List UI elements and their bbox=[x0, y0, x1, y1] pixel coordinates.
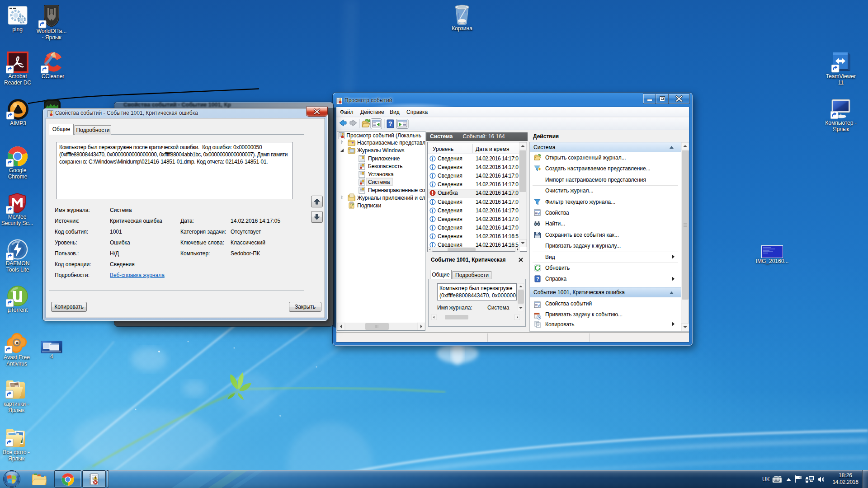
svg-text:Настраиваемые представлє: Настраиваемые представлє bbox=[357, 140, 425, 146]
svg-text:Подписки: Подписки bbox=[357, 202, 381, 209]
svg-text:Приложение: Приложение bbox=[368, 155, 400, 162]
svg-text:?: ? bbox=[536, 276, 539, 282]
svg-text:Журналы Windows: Журналы Windows bbox=[357, 147, 404, 154]
svg-text:Установка: Установка bbox=[368, 171, 394, 178]
svg-text:Система: Система bbox=[368, 179, 390, 185]
svg-text:Безопасность: Безопасность bbox=[368, 163, 403, 169]
svg-text:?: ? bbox=[388, 120, 392, 127]
svg-text:Журналы приложений и сл: Журналы приложений и сл bbox=[357, 195, 425, 201]
svg-text:Перенаправленные соб: Перенаправленные соб bbox=[368, 187, 425, 193]
